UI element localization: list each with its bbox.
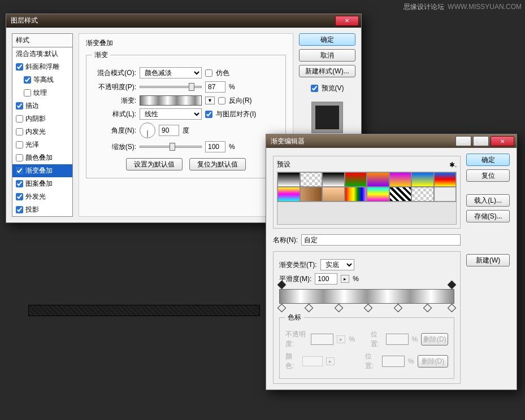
reset-button[interactable]: 复位 [466,169,510,182]
preset-swatch[interactable] [322,172,345,187]
cancel-button[interactable]: 取消 [299,49,355,62]
color-stop[interactable] [448,304,457,313]
stop-position-input [382,356,405,367]
style-item[interactable]: 内发光 [12,125,72,138]
dither-label: 仿色 [216,68,229,78]
preset-swatch[interactable] [345,187,367,202]
style-item-label: 光泽 [25,140,39,150]
save-button[interactable]: 存储(S)... [466,210,510,222]
gradient-swatch[interactable] [140,95,202,106]
color-stop[interactable] [334,304,343,313]
align-checkbox[interactable] [205,111,212,118]
style-item-checkbox[interactable] [16,206,23,213]
style-item-label: 图案叠加 [25,179,53,189]
reset-default-button[interactable]: 复位为默认值 [189,158,246,170]
preset-swatch[interactable] [389,187,412,202]
style-item-checkbox[interactable] [16,180,23,187]
minimize-icon[interactable]: — [455,136,471,146]
angle-input[interactable] [159,125,179,136]
angle-dial[interactable] [140,123,155,138]
new-style-button[interactable]: 新建样式(W)... [299,65,355,77]
close-icon[interactable]: ✕ [491,136,514,146]
gear-icon[interactable]: ✱. [449,161,457,169]
preset-swatch[interactable] [300,172,323,187]
scale-label: 缩放(S): [92,142,136,152]
opacity-slider[interactable] [140,86,202,88]
preset-swatch[interactable] [434,172,457,187]
titlebar[interactable]: 图层样式 ✕ [6,14,361,28]
gradient-bar[interactable] [279,289,454,304]
style-item[interactable]: 图案叠加 [12,177,72,190]
style-select[interactable]: 线性 [140,108,202,120]
reverse-checkbox[interactable] [218,97,225,104]
gradient-group: 渐变 混合模式(O): 颜色减淡 仿色 不透明度(P): % 渐变: ▼ [86,50,286,178]
style-item[interactable]: 斜面和浮雕 [12,60,72,73]
style-item[interactable]: 外发光 [12,190,72,203]
style-item-checkbox[interactable] [16,141,23,148]
preset-swatch[interactable] [277,172,300,187]
set-default-button[interactable]: 设置为默认值 [126,158,183,170]
style-item-checkbox[interactable] [16,128,23,135]
titlebar[interactable]: 渐变编辑器 — □ ✕ [266,134,517,148]
color-stop[interactable] [393,304,402,313]
style-label: 样式(L): [92,110,136,119]
styles-column: 样式 混合选项:默认 斜面和浮雕等高线纹理描边内阴影内发光光泽颜色叠加渐变叠加图… [12,33,73,217]
preset-swatch[interactable] [277,187,300,202]
preset-swatch[interactable] [300,187,323,202]
preset-swatch[interactable] [367,187,389,202]
blend-mode-select[interactable]: 颜色减淡 [140,67,202,78]
dither-checkbox[interactable] [205,69,212,77]
preset-swatch[interactable] [367,172,389,187]
color-stop[interactable] [423,304,432,313]
preset-swatch[interactable] [322,187,345,202]
smoothness-input[interactable] [315,273,337,285]
scale-input[interactable] [205,141,225,152]
style-item-checkbox[interactable] [16,154,23,161]
style-item-checkbox[interactable] [24,76,31,84]
style-item[interactable]: 渐变叠加 [12,164,72,177]
maximize-icon[interactable]: □ [473,136,489,146]
blending-options-item[interactable]: 混合选项:默认 [12,47,72,60]
new-button[interactable]: 新建(W) [466,254,510,266]
style-item[interactable]: 描边 [12,99,72,112]
style-item[interactable]: 颜色叠加 [12,151,72,164]
smooth-dropdown-icon[interactable]: ▸ [341,275,349,283]
stop-position-input [386,334,409,345]
style-item-label: 投影 [25,205,39,215]
preset-swatch[interactable] [411,187,434,202]
style-item[interactable]: 纹理 [12,86,72,99]
name-input[interactable] [301,234,461,246]
styles-header: 样式 [12,33,73,47]
style-item-checkbox[interactable] [16,115,23,123]
close-icon[interactable]: ✕ [335,16,359,26]
ok-button[interactable]: 确定 [466,154,510,166]
color-stop[interactable] [277,304,287,313]
gradient-label: 渐变: [92,96,136,106]
style-item-checkbox[interactable] [16,63,23,71]
style-item-checkbox[interactable] [24,89,31,97]
preset-swatch[interactable] [345,172,367,187]
style-item-label: 渐变叠加 [25,166,53,176]
preset-swatch[interactable] [434,187,457,202]
preview-checkbox[interactable] [311,85,318,92]
style-item[interactable]: 光泽 [12,138,72,151]
opacity-input[interactable] [205,81,225,93]
ok-button[interactable]: 确定 [299,33,355,46]
color-stop[interactable] [305,304,314,313]
style-item[interactable]: 投影 [12,203,72,216]
gradient-type-select[interactable]: 实底 [320,259,354,270]
style-item-checkbox[interactable] [16,193,23,200]
style-item-checkbox[interactable] [16,102,23,110]
load-button[interactable]: 载入(L)... [466,194,510,207]
preset-grid[interactable] [277,172,457,202]
style-item-checkbox[interactable] [16,167,23,174]
opacity-label: 不透明度(P): [92,82,136,92]
preset-swatch[interactable] [411,172,434,187]
scale-slider[interactable] [140,146,202,148]
style-item[interactable]: 内阴影 [12,112,72,125]
color-stop[interactable] [364,304,373,313]
gradient-dropdown-icon[interactable]: ▼ [205,97,215,104]
delete-stop-button: 删除(D) [421,333,448,345]
style-item[interactable]: 等高线 [12,73,72,86]
preset-swatch[interactable] [389,172,412,187]
